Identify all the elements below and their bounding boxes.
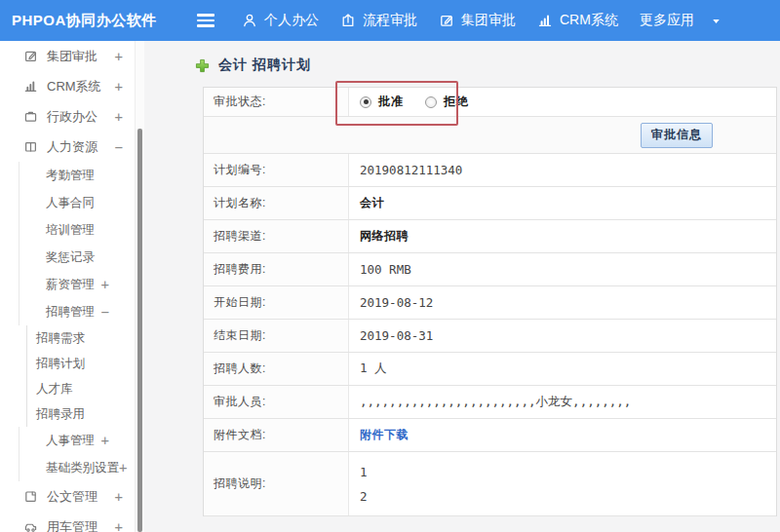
radio-approve[interactable]: [360, 96, 371, 108]
field-plan-number-value: 20190812111340: [360, 163, 462, 177]
field-headcount-row: 招聘人数:1 人: [204, 353, 776, 386]
sidebar-item-recruitment-mgmt[interactable]: 招聘管理−: [19, 298, 135, 325]
sidebar-item-label: 考勤管理: [46, 168, 95, 184]
book-icon: [23, 139, 38, 154]
sidebar-item-salary-mgmt[interactable]: 薪资管理+: [19, 271, 135, 298]
sidebar-item-crm-system[interactable]: CRM系统+: [0, 71, 135, 101]
sidebar-item-vehicle-mgmt[interactable]: 用车管理+: [0, 512, 135, 532]
sidebar-item-label: 集团审批: [47, 48, 98, 65]
expand-plus-icon[interactable]: +: [101, 433, 109, 448]
doc-icon: [23, 489, 38, 504]
field-attachment-link[interactable]: 附件下载: [360, 427, 409, 443]
field-approvers-value: ,,,,,,,,,,,,,,,,,,,,,,,,小龙女,,,,,,,,: [360, 394, 631, 410]
sidebar-item-document-mgmt[interactable]: 公文管理+: [0, 481, 135, 512]
sidebar-item-group-approval[interactable]: 集团审批+: [0, 41, 135, 71]
field-description-row: 招聘说明:12: [204, 452, 776, 516]
field-cost-value: 100 RMB: [360, 262, 411, 277]
sidebar-item-label: 奖惩记录: [46, 249, 95, 266]
collapse-minus-icon[interactable]: −: [115, 139, 123, 155]
field-headcount-value: 1 人: [360, 361, 387, 377]
topbar: PHPOA协同办公软件 个人办公流程审批集团审批CRM系统更多应用: [0, 0, 780, 41]
field-channel-row: 招聘渠道:网络招聘: [204, 220, 776, 253]
approval-status-label: 审批状态:: [204, 88, 349, 116]
briefcase-icon: [23, 109, 38, 124]
field-channel-value: 网络招聘: [360, 228, 409, 245]
field-plan-name-value: 会计: [360, 195, 384, 211]
field-start-date-value: 2019-08-12: [360, 295, 433, 310]
field-approvers-row: 审批人员:,,,,,,,,,,,,,,,,,,,,,,,,小龙女,,,,,,,,: [204, 386, 776, 419]
sidebar-item-base-category-settings[interactable]: 基础类别设置+: [19, 454, 135, 481]
radio-reject[interactable]: [425, 96, 437, 108]
expand-plus-icon[interactable]: +: [115, 79, 123, 95]
sidebar-item-label: CRM系统: [47, 78, 101, 95]
field-end-date-value: 2019-08-31: [360, 328, 433, 343]
sidebar-item-recruitment-hiring[interactable]: 招聘录用: [26, 401, 135, 427]
chart-icon: [537, 13, 553, 28]
field-cost-row: 招聘费用:100 RMB: [204, 253, 776, 286]
sidebar-item-training-mgmt[interactable]: 培训管理: [19, 216, 135, 244]
radio-approve-label: 批准: [378, 94, 404, 110]
sidebar-item-label: 招聘需求: [36, 330, 85, 347]
expand-plus-icon[interactable]: +: [115, 489, 123, 505]
field-start-date-row: 开始日期:2019-08-12: [204, 286, 776, 320]
field-cost-label: 招聘费用:: [204, 253, 349, 285]
sidebar-item-hr-contract[interactable]: 人事合同: [19, 189, 135, 216]
nav-item-label: CRM系统: [560, 12, 618, 29]
sidebar-item-recruitment-plan[interactable]: 招聘计划: [26, 351, 135, 376]
expand-plus-icon[interactable]: +: [115, 49, 123, 64]
page-title: 会计 招聘计划: [195, 56, 780, 75]
sidebar: 集团审批+CRM系统+行政办公+人力资源−考勤管理人事合同培训管理奖惩记录薪资管…: [0, 41, 135, 532]
approval-info-button[interactable]: 审批信息: [641, 123, 713, 148]
process-icon: [340, 13, 356, 28]
sidebar-item-attendance-mgmt[interactable]: 考勤管理: [19, 162, 135, 189]
field-approvers-label: 审批人员:: [204, 386, 349, 418]
sidebar-item-recruitment-demand[interactable]: 招聘需求: [26, 325, 135, 351]
field-plan-number-label: 计划编号:: [204, 154, 349, 186]
brand-title: PHPOA协同办公软件: [12, 12, 183, 30]
field-description-line: 2: [360, 489, 368, 504]
sidebar-item-talent-pool[interactable]: 人才库: [26, 376, 135, 401]
field-attachment-label: 附件文档:: [204, 419, 349, 451]
sidebar-item-human-resources[interactable]: 人力资源−: [0, 132, 135, 162]
collapse-minus-icon[interactable]: −: [101, 304, 109, 320]
nav-item-more-apps[interactable]: 更多应用: [640, 12, 694, 29]
field-headcount-label: 招聘人数:: [204, 353, 349, 385]
nav-item-crm-system[interactable]: CRM系统: [537, 12, 618, 29]
field-plan-number-row: 计划编号:20190812111340: [204, 154, 776, 187]
chart-icon: [23, 79, 38, 94]
sidebar-item-label: 人事管理: [46, 433, 95, 449]
sidebar-item-personnel-mgmt[interactable]: 人事管理+: [19, 427, 135, 454]
caret-down-icon[interactable]: [710, 15, 722, 27]
field-start-date-label: 开始日期:: [204, 286, 349, 319]
field-end-date-label: 结束日期:: [204, 320, 349, 352]
expand-plus-icon[interactable]: +: [101, 277, 109, 292]
sidebar-item-admin-office[interactable]: 行政办公+: [0, 101, 135, 132]
expand-plus-icon[interactable]: +: [115, 519, 123, 532]
nav-item-label: 流程审批: [363, 12, 417, 29]
sidebar-item-reward-punishment[interactable]: 奖惩记录: [19, 244, 135, 271]
field-attachment-row: 附件文档:附件下载: [204, 419, 776, 452]
expand-plus-icon[interactable]: +: [115, 109, 123, 125]
sidebar-scrollbar-thumb[interactable]: [137, 129, 142, 532]
nav-item-process-approval[interactable]: 流程审批: [340, 12, 417, 29]
expand-plus-icon[interactable]: +: [119, 460, 127, 475]
approval-status-row: 审批状态: 批准 拒绝: [204, 88, 776, 117]
nav-item-personal-office[interactable]: 个人办公: [242, 12, 319, 29]
add-plus-icon: [195, 58, 210, 73]
sidebar-item-label: 薪资管理: [46, 277, 95, 293]
approval-info-row: 审批信息: [204, 117, 776, 154]
nav-item-label: 个人办公: [264, 12, 319, 29]
topbar-nav: 个人办公流程审批集团审批CRM系统更多应用: [242, 12, 722, 29]
edit-icon: [23, 49, 38, 63]
sidebar-item-label: 招聘录用: [36, 406, 85, 423]
field-description-label: 招聘说明:: [204, 452, 349, 515]
field-plan-name-label: 计划名称:: [204, 187, 349, 219]
sidebar-item-label: 人力资源: [47, 138, 98, 156]
menu-icon[interactable]: [197, 14, 216, 27]
sidebar-item-label: 人事合同: [46, 195, 95, 211]
nav-item-label: 集团审批: [461, 12, 516, 29]
sidebar-item-label: 招聘管理: [46, 304, 95, 321]
nav-item-group-approval[interactable]: 集团审批: [439, 12, 516, 29]
field-channel-label: 招聘渠道:: [204, 220, 349, 252]
page-title-text: 会计 招聘计划: [218, 57, 311, 74]
